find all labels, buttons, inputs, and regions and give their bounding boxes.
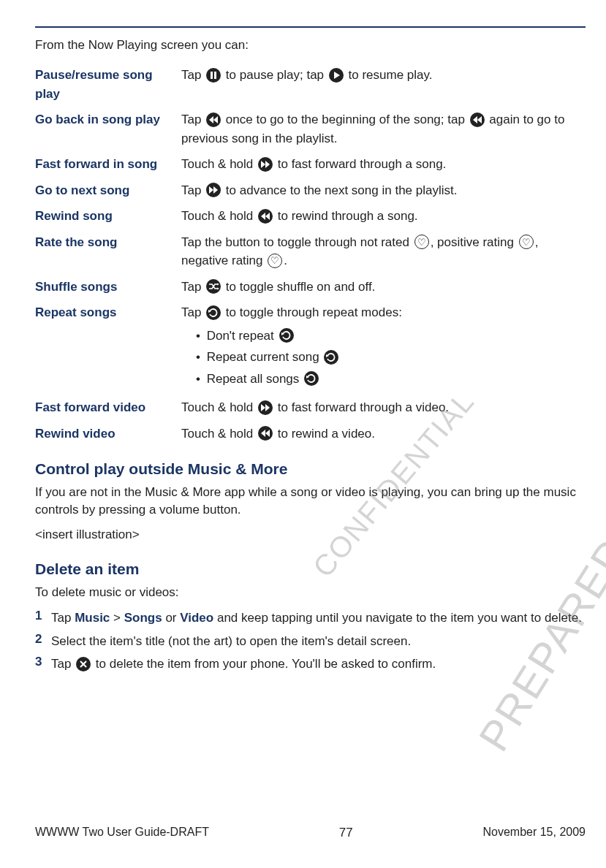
emphasized-term: Songs xyxy=(124,611,162,625)
numbered-step: 3Tap to delete the item from your phone.… xyxy=(35,655,586,674)
definition-body: Touch & hold to rewind through a song. xyxy=(181,207,586,226)
svg-marker-12 xyxy=(265,213,270,220)
definition-body: Tap the button to toggle through not rat… xyxy=(181,233,586,270)
forward-icon xyxy=(258,400,273,415)
definition-label: Fast forward video xyxy=(35,398,181,417)
heart-icon: ♡ xyxy=(414,235,429,249)
repeat-icon xyxy=(304,371,319,386)
svg-marker-10 xyxy=(213,186,218,194)
definition-label: Go to next song xyxy=(35,181,181,200)
definition-body: Tap to toggle shuffle on and off. xyxy=(181,278,586,297)
definition-row: Shuffle songsTap to toggle shuffle on an… xyxy=(35,278,586,297)
definition-label: Pause/resume song play xyxy=(35,66,181,103)
section-control-paragraph: If you are not in the Music & More app w… xyxy=(35,484,586,519)
definition-label: Shuffle songs xyxy=(35,278,181,297)
definition-row: Rate the songTap the button to toggle th… xyxy=(35,233,586,270)
repeat-icon xyxy=(324,350,338,365)
step-number: 1 xyxy=(35,609,51,623)
svg-marker-22 xyxy=(265,430,270,437)
definition-body: Tap to pause play; tap to resume play. xyxy=(181,66,586,85)
section-title-delete-item: Delete an item xyxy=(35,560,586,578)
definition-row: Pause/resume song playTap to pause play;… xyxy=(35,66,586,103)
svg-marker-4 xyxy=(213,116,218,123)
definition-label: Rate the song xyxy=(35,233,181,252)
header-rule xyxy=(35,26,586,28)
controls-definition-list: Pause/resume song playTap to pause play;… xyxy=(35,66,586,443)
section-title-control-play: Control play outside Music & More xyxy=(35,460,586,478)
step-number: 3 xyxy=(35,655,51,669)
step-body: Tap to delete the item from your phone. … xyxy=(51,655,586,674)
forward-icon xyxy=(206,183,221,197)
definition-label: Rewind song xyxy=(35,207,181,226)
insert-illustration-placeholder: <insert illustration> xyxy=(35,526,586,544)
svg-marker-19 xyxy=(261,404,265,411)
definition-label: Go back in song play xyxy=(35,110,181,129)
footer-left: WWWW Two User Guide-DRAFT xyxy=(35,826,209,840)
definition-row: Rewind videoTouch & hold to rewind a vid… xyxy=(35,425,586,443)
forward-icon xyxy=(258,157,273,172)
document-page: PREPARED FOR FCC CERTIFICATION CONFIDENT… xyxy=(0,0,606,868)
svg-marker-7 xyxy=(261,161,265,168)
definition-row: Fast forward in songTouch & hold to fast… xyxy=(35,155,586,174)
rewind-icon xyxy=(470,113,485,127)
shuffle-icon xyxy=(206,279,221,294)
svg-rect-1 xyxy=(214,72,216,79)
repeat-icon xyxy=(279,328,294,343)
rewind-icon xyxy=(258,426,273,441)
step-number: 2 xyxy=(35,632,51,647)
definition-label: Fast forward in song xyxy=(35,155,181,174)
intro-text: From the Now Playing screen you can: xyxy=(35,38,586,53)
page-footer: WWWW Two User Guide-DRAFT 77 November 15… xyxy=(35,826,586,840)
repeat-modes-list: Don't repeat Repeat current song Repeat … xyxy=(181,327,586,389)
definition-row: Go to next songTap to advance to the nex… xyxy=(35,181,586,200)
svg-marker-8 xyxy=(265,161,270,168)
definition-body: Touch & hold to fast forward through a s… xyxy=(181,155,586,174)
svg-rect-0 xyxy=(211,72,213,79)
list-item: Repeat all songs xyxy=(196,370,586,389)
step-body: Tap Music > Songs or Video and keep tapp… xyxy=(51,609,586,628)
numbered-step: 2Select the item's title (not the art) t… xyxy=(35,632,586,651)
svg-marker-20 xyxy=(265,404,270,411)
definition-body: Tap once to go to the beginning of the s… xyxy=(181,110,586,148)
definition-body: Touch & hold to fast forward through a v… xyxy=(181,398,586,417)
rewind-icon xyxy=(258,209,273,224)
definition-body: Tap to toggle through repeat modes:Don't… xyxy=(181,303,586,391)
footer-page-number: 77 xyxy=(339,826,353,840)
definition-row: Rewind songTouch & hold to rewind throug… xyxy=(35,207,586,226)
svg-marker-6 xyxy=(477,116,482,123)
list-item: Don't repeat xyxy=(196,327,586,346)
pause-icon xyxy=(206,68,221,83)
definition-body: Touch & hold to rewind a video. xyxy=(181,425,586,443)
close-icon xyxy=(76,657,91,671)
repeat-icon xyxy=(206,305,221,320)
definition-body: Tap to advance to the next song in the p… xyxy=(181,181,586,200)
svg-marker-3 xyxy=(209,116,213,123)
play-icon xyxy=(329,68,344,83)
delete-steps-list: 1Tap Music > Songs or Video and keep tap… xyxy=(35,609,586,674)
svg-marker-21 xyxy=(261,430,265,437)
emphasized-term: Music xyxy=(75,611,110,625)
definition-row: Fast forward videoTouch & hold to fast f… xyxy=(35,398,586,417)
emphasized-term: Video xyxy=(180,611,213,625)
heart-icon: ♡ xyxy=(519,235,534,249)
heart-icon: ♡ xyxy=(268,254,282,268)
definition-label: Rewind video xyxy=(35,425,181,443)
svg-marker-9 xyxy=(209,186,213,194)
svg-marker-5 xyxy=(473,116,477,123)
svg-marker-2 xyxy=(334,72,340,79)
definition-row: Go back in song playTap once to go to th… xyxy=(35,110,586,148)
step-body: Select the item's title (not the art) to… xyxy=(51,632,586,651)
numbered-step: 1Tap Music > Songs or Video and keep tap… xyxy=(35,609,586,628)
rewind-icon xyxy=(206,113,221,127)
section-delete-intro: To delete music or videos: xyxy=(35,584,586,601)
list-item: Repeat current song xyxy=(196,348,586,367)
definition-label: Repeat songs xyxy=(35,303,181,322)
svg-marker-13 xyxy=(217,283,219,286)
svg-marker-14 xyxy=(217,288,219,290)
svg-marker-11 xyxy=(261,213,265,220)
footer-right: November 15, 2009 xyxy=(482,826,586,840)
definition-row: Repeat songsTap to toggle through repeat… xyxy=(35,303,586,391)
